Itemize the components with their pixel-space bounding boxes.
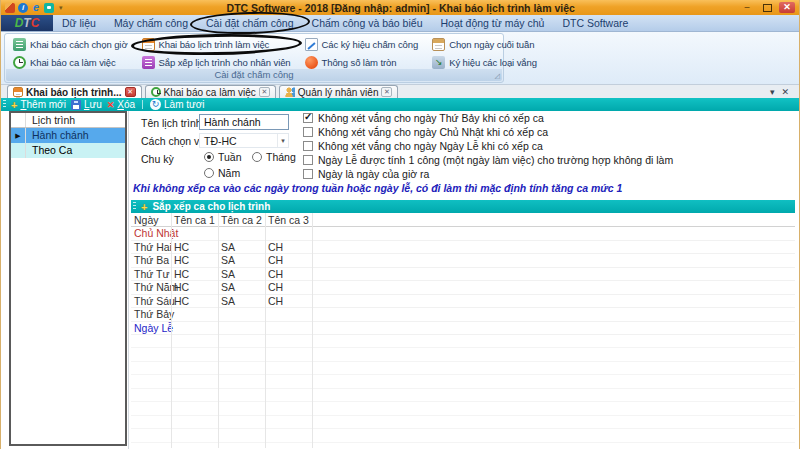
radio-thang[interactable]: Tháng [252, 151, 296, 163]
tab-list-dropdown-icon[interactable]: ▾ [770, 87, 775, 97]
column-header-ten-ca-3: Tên ca 3 [265, 214, 312, 226]
radio-nam[interactable]: Năm [204, 167, 240, 179]
checkbox-icon [303, 127, 313, 137]
document-tabstrip: Khai báo lịch trình... ✕ Khai báo ca làm… [1, 85, 799, 98]
shift-cell[interactable]: CH [265, 281, 312, 293]
menu-label: Cài đặt chấm công [206, 17, 294, 29]
overtime-note: Khi không xếp ca vào các ngày trong tuần… [133, 182, 622, 194]
ribbon-button-thong-so-lam-tron[interactable]: Thông số làm tròn [302, 55, 422, 70]
save-button[interactable]: Lưu [71, 99, 102, 110]
quick-access-toolbar: i e ▾ [5, 3, 63, 13]
shift-cell[interactable]: HC [171, 254, 218, 266]
time-select-icon [13, 38, 26, 51]
ribbon-button-chon-ngay-cuoi-tuan[interactable]: Chọn ngày cuối tuần [429, 37, 540, 52]
ribbon-button-ky-hieu-cac-loai-vang[interactable]: ↘ Ký hiệu các loại vắng [429, 55, 540, 70]
ribbon-button-khai-bao-cach-chon-gio[interactable]: Khai báo cách chọn giờ [10, 37, 131, 52]
shift-cell[interactable]: SA [218, 295, 265, 307]
checkbox-label: Ngày là ngày của giờ ra [318, 168, 429, 180]
day-cell: Thứ Tư [131, 268, 171, 280]
ribbon-button-label: Sắp xếp lịch trình cho nhân viên [159, 57, 291, 68]
row-indicator-column [11, 113, 26, 127]
add-new-button[interactable]: + Thêm mới [11, 99, 66, 111]
shift-cell[interactable]: SA [218, 254, 265, 266]
checkbox-icon [303, 155, 313, 165]
dtc-logo: DTC [1, 15, 53, 31]
refresh-button[interactable]: ↻ Làm tươi [150, 99, 204, 110]
ribbon-button-label: Các ký hiệu chấm công [322, 39, 419, 50]
ribbon-button-khai-bao-lich-trinh-lam-viec[interactable]: Khai báo lịch trình làm việc [139, 37, 294, 52]
ten-lich-trinh-input[interactable] [199, 114, 289, 130]
calendar-icon [13, 87, 23, 97]
tab-khai-bao-ca-lam-viec[interactable]: Khai báo ca làm việc ✕ [145, 85, 276, 98]
schedule-section-header: + Sắp xếp ca cho lịch trình [131, 200, 795, 213]
shift-cell[interactable]: HC [171, 268, 218, 280]
shift-cell[interactable]: SA [218, 281, 265, 293]
menu-hoat-dong-tu-may-chu[interactable]: Hoạt động từ máy chủ [431, 15, 553, 31]
menu-dtc-software[interactable]: DTC Software [553, 15, 637, 31]
tab-label: Khai báo ca làm việc [164, 87, 256, 98]
restore-button[interactable] [759, 2, 775, 13]
ribbon-button-label: Ký hiệu các loại vắng [449, 57, 537, 68]
shift-cell[interactable]: CH [265, 295, 312, 307]
button-label: Lưu [84, 99, 102, 110]
close-button[interactable]: ✕ [779, 2, 795, 13]
cach-chon-vao-ra-dropdown[interactable]: TĐ-HC ▾ [199, 133, 289, 148]
menu-may-cham-cong[interactable]: Máy chấm công [105, 15, 197, 31]
radio-tuan[interactable]: Tuần [204, 151, 242, 163]
logo-letter: T [23, 16, 30, 30]
schedule-editor: Tên lịch trình Cách chọn vào ra TĐ-HC ▾ … [131, 111, 795, 449]
browser-icon[interactable]: e [31, 3, 41, 13]
checkbox-ngay-gio-ra[interactable]: Ngày là ngày của giờ ra [303, 168, 429, 180]
dialog-launcher-icon[interactable]: ◿ [495, 71, 500, 80]
shift-cell[interactable]: CH [265, 254, 312, 266]
shift-cell[interactable]: CH [265, 268, 312, 280]
checkbox-label: Không xét vắng cho ngày Chủ Nhật khi có … [318, 126, 548, 138]
tab-close-icon[interactable]: ✕ [125, 87, 136, 97]
tab-khai-bao-lich-trinh[interactable]: Khai báo lịch trình... ✕ [7, 85, 142, 98]
tab-label: Khai báo lịch trình... [26, 87, 122, 98]
shift-cell[interactable]: SA [218, 268, 265, 280]
table-row: Thứ Hai HC SA CH [131, 241, 795, 255]
action-toolbar: + Thêm mới Lưu ✕ Xóa ↻ Làm tươi [1, 98, 799, 111]
list-item-hanh-chanh[interactable]: ▶ Hành chánh [11, 128, 125, 143]
menu-du-lieu[interactable]: Dữ liệu [53, 15, 105, 31]
button-label: Thêm mới [20, 99, 65, 110]
close-active-tab-icon[interactable]: ✕ [781, 87, 789, 97]
delete-button[interactable]: ✕ Xóa [107, 99, 135, 110]
table-row: Thứ Tư HC SA CH [131, 268, 795, 282]
checkbox-thu-bay[interactable]: Không xét vắng cho ngày Thứ Bảy khi có x… [303, 112, 544, 124]
list-item-theo-ca[interactable]: Theo Ca [11, 143, 125, 158]
chevron-down-icon[interactable]: ▾ [277, 134, 288, 147]
shift-cell[interactable]: CH [265, 241, 312, 253]
exit-icon[interactable] [5, 3, 15, 13]
shift-cell[interactable]: HC [171, 281, 218, 293]
menu-cham-cong-va-bao-bieu[interactable]: Chấm công và báo biểu [303, 15, 432, 31]
shift-cell[interactable]: SA [218, 241, 265, 253]
plus-icon: + [141, 201, 147, 213]
app-window: i e ▾ DTC Software - 2018 [Đăng nhập: ad… [0, 0, 800, 449]
menu-cai-dat-cham-cong[interactable]: Cài đặt chấm công [197, 15, 303, 31]
tab-close-icon[interactable]: ✕ [259, 87, 270, 97]
ribbon-button-cac-ky-hieu-cham-cong[interactable]: Các ký hiệu chấm công [302, 37, 422, 52]
day-cell: Thứ Năm [131, 281, 171, 293]
schedule-list-panel: Lịch trình ▶ Hành chánh Theo Ca [9, 111, 127, 446]
shift-cell[interactable]: HC [171, 295, 218, 307]
tab-quan-ly-nhan-vien[interactable]: Quản lý nhân viên ✕ [279, 85, 399, 98]
day-cell: Ngày Lễ [131, 322, 171, 334]
ribbon-button-label: Thông số làm tròn [322, 57, 397, 68]
people-icon [285, 87, 295, 97]
chat-icon[interactable] [44, 3, 54, 13]
checkbox-ngay-le[interactable]: Không xét vắng cho ngày Ngày Lễ khi có x… [303, 140, 543, 152]
day-cell: Thứ Sáu [131, 295, 171, 307]
tab-close-icon[interactable]: ✕ [381, 87, 392, 97]
ribbon-button-sap-xep-lich-trinh-cho-nhan-vien[interactable]: Sắp xếp lịch trình cho nhân viên [139, 55, 294, 70]
checkbox-ngay-le-1-cong[interactable]: Ngày Lễ được tính 1 công (một ngày làm v… [303, 154, 673, 166]
row-indicator-icon: ▶ [11, 128, 26, 143]
info-icon[interactable]: i [18, 3, 28, 13]
titlebar: i e ▾ DTC Software - 2018 [Đăng nhập: ad… [1, 0, 799, 15]
shift-cell[interactable]: HC [171, 241, 218, 253]
minimize-button[interactable]: – [739, 2, 755, 13]
ribbon-button-khai-bao-ca-lam-viec[interactable]: Khai báo ca làm việc [10, 55, 131, 70]
empty-grid-rows [131, 335, 795, 448]
checkbox-chu-nhat[interactable]: Không xét vắng cho ngày Chủ Nhật khi có … [303, 126, 548, 138]
